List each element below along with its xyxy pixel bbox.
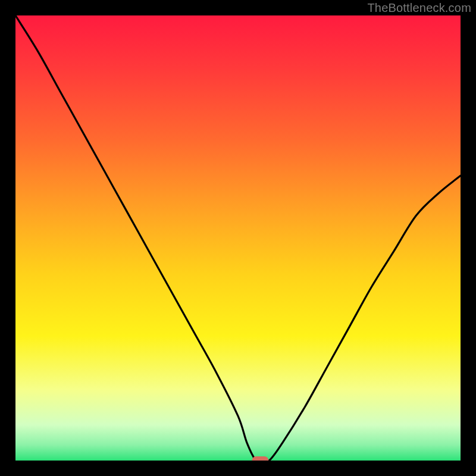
plot-area <box>15 15 461 461</box>
gradient-background <box>15 15 461 461</box>
chart-frame: TheBottleneck.com <box>0 0 476 476</box>
optimal-marker <box>252 456 268 461</box>
bottleneck-chart <box>15 15 461 461</box>
watermark-text: TheBottleneck.com <box>367 1 471 15</box>
